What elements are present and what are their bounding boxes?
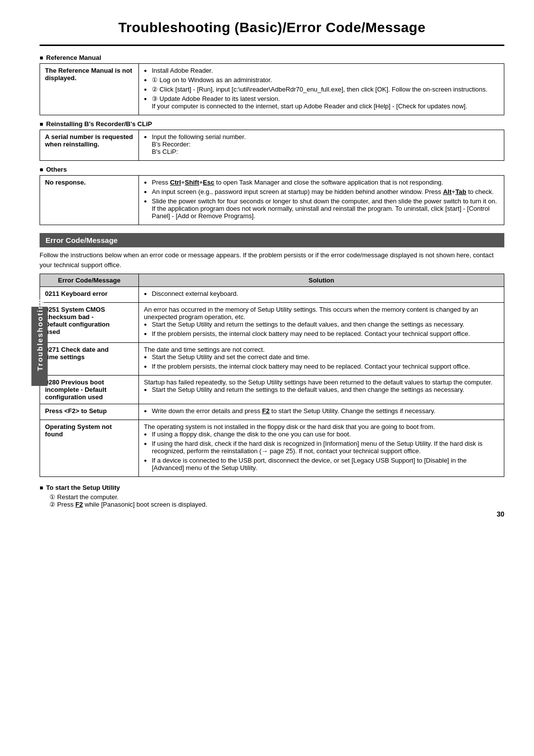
cmos-solution-list: Start the Setup Utility and return the s… <box>144 321 499 337</box>
table-row: 0280 Previous bootincomplete - Defaultco… <box>40 376 504 404</box>
others-header: Others <box>40 166 504 173</box>
reference-manual-problem: The Reference Manual is not displayed. <box>40 64 139 115</box>
error-code-date: 0271 Check date andtime settings <box>40 343 139 376</box>
table-row: No response. Press Ctrl+Shift+Esc to ope… <box>40 176 504 225</box>
tab-key: Tab <box>455 188 466 195</box>
list-item: If using the hard disk, check if the har… <box>144 440 499 455</box>
table-row: The Reference Manual is not displayed. I… <box>40 64 504 115</box>
reinstalling-bullet-list: Input the following serial number.B's Re… <box>144 133 499 155</box>
f2-solution-list: Write down the error details and press F… <box>144 407 499 415</box>
others-problem: No response. <box>40 176 139 225</box>
list-item: ① Log on to Windows as an administrator. <box>144 76 499 84</box>
solution-f2: Write down the error details and press F… <box>139 404 504 420</box>
error-table: Error Code/Message Solution 0211 Keyboar… <box>40 274 504 477</box>
setup-step-1: ① Restart the computer. <box>49 493 504 501</box>
page-number: 30 <box>496 510 504 518</box>
error-code-boot: 0280 Previous bootincomplete - Defaultco… <box>40 376 139 404</box>
os-solution-list: If using a floppy disk, change the disk … <box>144 430 499 472</box>
page: Troubleshooting Troubleshooting (Basic)/… <box>0 0 534 528</box>
solution-header: Solution <box>139 274 504 287</box>
others-solutions: Press Ctrl+Shift+Esc to open Task Manage… <box>139 176 504 225</box>
table-row: 0271 Check date andtime settings The dat… <box>40 343 504 376</box>
ctrl-key: Ctrl <box>170 179 181 186</box>
list-item: Start the Setup Utility and set the corr… <box>144 353 499 361</box>
setup-steps: ① Restart the computer. ② Press F2 while… <box>40 493 504 508</box>
alt-key: Alt <box>443 188 451 195</box>
error-code-os: Operating System notfound <box>40 420 139 477</box>
reinstalling-solutions: Input the following serial number.B's Re… <box>139 130 504 161</box>
list-item: If the problem persists, the internal cl… <box>144 330 499 337</box>
list-item: Start the Setup Utility and return the s… <box>144 321 499 328</box>
list-item: Disconnect external keyboard. <box>144 290 499 297</box>
f2-key-setup: F2 <box>75 501 83 508</box>
list-item: If a device is connected to the USB port… <box>144 457 499 472</box>
solution-cmos: An error has occurred in the memory of S… <box>139 303 504 343</box>
list-item: Write down the error details and press F… <box>144 407 499 415</box>
table-header-row: Error Code/Message Solution <box>40 274 504 287</box>
setup-utility-header: To start the Setup Utility <box>40 484 504 491</box>
solution-os: The operating system is not installed in… <box>139 420 504 477</box>
top-border <box>40 45 504 46</box>
solution-keyboard: Disconnect external keyboard. <box>139 287 504 303</box>
list-item: If the problem persists, the internal cl… <box>144 363 499 370</box>
table-row: 0251 System CMOSchecksum bad -Default co… <box>40 303 504 343</box>
error-code-header: Error Code/Message <box>40 274 139 287</box>
f2-key: F2 <box>262 407 269 415</box>
table-row: A serial number is requested when reinst… <box>40 130 504 161</box>
reference-manual-table: The Reference Manual is not displayed. I… <box>40 63 504 115</box>
list-item: ③ Update Adobe Reader to its latest vers… <box>144 95 499 110</box>
error-intro-text: Follow the instructions below when an er… <box>40 250 504 270</box>
setup-step-2: ② Press F2 while [Panasonic] boot screen… <box>49 501 504 508</box>
reference-manual-header: Reference Manual <box>40 54 504 61</box>
error-code-keyboard: 0211 Keyboard error <box>40 287 139 303</box>
side-tab: Troubleshooting <box>32 307 48 386</box>
esc-key: Esc <box>203 179 214 186</box>
reinstalling-header: Reinstalling B's Recorder/B's CLiP <box>40 120 504 128</box>
error-code-f2: Press <F2> to Setup <box>40 404 139 420</box>
list-item: If using a floppy disk, change the disk … <box>144 430 499 438</box>
shift-key: Shift <box>185 179 199 186</box>
list-item: An input screen (e.g., password input sc… <box>144 188 499 195</box>
solution-boot: Startup has failed repeatedly, so the Se… <box>139 376 504 404</box>
page-title: Troubleshooting (Basic)/Error Code/Messa… <box>40 20 504 36</box>
list-item: ② Click [start] - [Run], input [c:\util\… <box>144 86 499 93</box>
list-item: Install Adobe Reader. <box>144 67 499 74</box>
list-item: Input the following serial number.B's Re… <box>144 133 499 155</box>
date-solution-list: Start the Setup Utility and set the corr… <box>144 353 499 370</box>
list-item: Press Ctrl+Shift+Esc to open Task Manage… <box>144 179 499 186</box>
list-item: Slide the power switch for four seconds … <box>144 197 499 220</box>
keyboard-solution-list: Disconnect external keyboard. <box>144 290 499 297</box>
reinstalling-problem: A serial number is requested when reinst… <box>40 130 139 161</box>
reference-manual-bullet-list: Install Adobe Reader. ① Log on to Window… <box>144 67 499 110</box>
solution-date: The date and time settings are not corre… <box>139 343 504 376</box>
table-row: Operating System notfound The operating … <box>40 420 504 477</box>
reference-manual-solutions: Install Adobe Reader. ① Log on to Window… <box>139 64 504 115</box>
table-row: Press <F2> to Setup Write down the error… <box>40 404 504 420</box>
table-row: 0211 Keyboard error Disconnect external … <box>40 287 504 303</box>
error-section-title: Error Code/Message <box>40 233 504 247</box>
error-code-cmos: 0251 System CMOSchecksum bad -Default co… <box>40 303 139 343</box>
reinstalling-table: A serial number is requested when reinst… <box>40 130 504 161</box>
setup-section: To start the Setup Utility ① Restart the… <box>40 484 504 508</box>
boot-solution-list: Start the Setup Utility and return the s… <box>144 386 499 393</box>
others-table: No response. Press Ctrl+Shift+Esc to ope… <box>40 175 504 225</box>
list-item: Start the Setup Utility and return the s… <box>144 386 499 393</box>
others-bullet-list: Press Ctrl+Shift+Esc to open Task Manage… <box>144 179 499 220</box>
